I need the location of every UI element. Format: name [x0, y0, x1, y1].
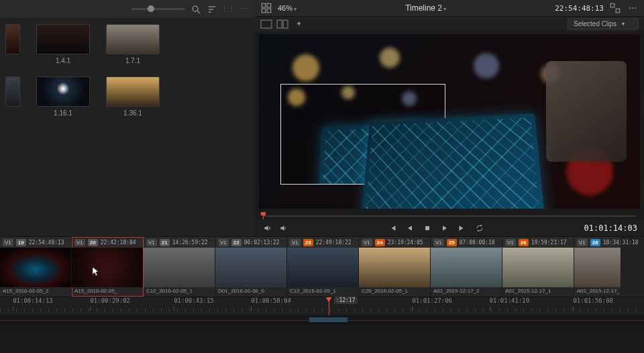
sort-icon[interactable]: [207, 4, 217, 15]
current-timecode[interactable]: 01:01:14:03: [584, 223, 637, 233]
viewer-toolbar: 46%▾ Timeline 2▾ 22:54:48:13 ⋯: [255, 0, 644, 17]
media-clip[interactable]: 1.7.1: [106, 24, 160, 64]
media-clip-partial[interactable]: [5, 77, 20, 107]
track-badge: V1: [505, 239, 516, 246]
strip-clip[interactable]: V12818:34:31:18A01_2015-12-17_: [574, 237, 621, 297]
strip-clip-timecode: 14:26:59:22: [172, 240, 208, 246]
viewer-options-icon[interactable]: ⋯: [627, 2, 639, 14]
clip-number-badge: 21: [160, 239, 170, 246]
strip-clip[interactable]: V12619:59:21:17A01_2015-12-17_1: [502, 237, 574, 297]
strip-clip-timecode: 07:08:00:18: [460, 240, 495, 246]
strip-thumbnail: [359, 248, 430, 287]
timeline-playhead[interactable]: :12:17: [329, 297, 329, 315]
strip-clip-name: A01_2015-12-17_2: [431, 287, 502, 297]
viewer-scrubber[interactable]: [259, 211, 640, 220]
mute-icon[interactable]: [278, 223, 288, 234]
clip-number-badge: 22: [231, 239, 241, 246]
strip-clip[interactable]: V12206:02:13:22D01_2016-02-06_0: [215, 237, 287, 297]
ruler-timecode-mark: 01:01:41:19: [490, 297, 530, 304]
track-badge: V1: [3, 239, 13, 246]
strip-clip-header: V12507:08:00:18: [431, 237, 502, 248]
strip-thumbnail: [502, 248, 574, 287]
svg-rect-13: [425, 226, 429, 230]
svg-rect-2: [262, 3, 266, 7]
clip-label: 1.7.1: [125, 57, 140, 64]
stop-button[interactable]: [422, 223, 433, 234]
thumbnail-zoom-slider[interactable]: [131, 8, 185, 10]
selected-clips-dropdown[interactable]: Selected Clips: [568, 18, 639, 30]
fit-icon[interactable]: [260, 2, 272, 14]
svg-rect-4: [262, 9, 266, 13]
media-toolbar: ⋮⋮ ⋯: [0, 0, 255, 19]
strip-clip-header: V12022:42:18:04: [72, 237, 143, 248]
loop-button[interactable]: [474, 223, 485, 234]
media-clip[interactable]: 1.36.1: [106, 77, 160, 117]
next-clip-button[interactable]: [457, 223, 468, 234]
strip-clip-timecode: 06:02:13:22: [244, 240, 280, 246]
clip-number-badge: 28: [590, 239, 600, 246]
svg-line-1: [197, 11, 200, 13]
reverse-button[interactable]: [405, 223, 415, 234]
ruler-timecode-mark: 01:00:43:15: [174, 297, 214, 304]
media-clip[interactable]: 1.16.1: [36, 77, 90, 117]
strip-clip[interactable]: V11922:54:48:13A15_2016-02-05_2: [0, 237, 72, 297]
strip-clip-name: C20_2016-02-05_1: [359, 287, 430, 297]
svg-rect-7: [616, 9, 620, 13]
strip-clip[interactable]: V12322:49:18:22C12_2016-02-05_1: [287, 237, 359, 297]
media-pool: ⋮⋮ ⋯ 1.4.11.7.11.16.11.36.1: [0, 0, 255, 236]
zoom-dropdown[interactable]: 46%▾: [278, 4, 297, 12]
strip-clip-name: A15_2016-02-05_2: [0, 287, 71, 297]
transport-bar: 01:01:14:03: [255, 219, 644, 236]
highlight-icon[interactable]: ✦: [292, 19, 305, 29]
playhead-marker[interactable]: [263, 213, 264, 219]
clip-thumbnail: [36, 77, 90, 107]
split-screen-icon[interactable]: [276, 19, 288, 29]
track-badge: V1: [433, 239, 444, 246]
expand-icon[interactable]: [609, 2, 621, 14]
image-wipe-icon[interactable]: [260, 19, 272, 29]
track-badge: V1: [218, 239, 229, 246]
strip-clip[interactable]: V12423:19:24:05C20_2016-02-05_1: [359, 237, 431, 297]
ruler-timecode-mark: 01:00:58:04: [251, 297, 291, 304]
strip-clip[interactable]: V12507:08:00:18A01_2015-12-17_2: [431, 237, 502, 297]
strip-clip[interactable]: V12022:42:18:04A15_2016-02-05_: [72, 237, 144, 297]
media-clip-partial[interactable]: [5, 24, 20, 54]
strip-clip-name: C12_2016-02-05_1: [144, 287, 215, 297]
strip-clip-timecode: 23:19:24:05: [388, 240, 423, 246]
clip-number-badge: 20: [88, 239, 98, 246]
clips-grid: 1.4.11.7.11.16.11.36.1: [0, 19, 255, 122]
master-timecode[interactable]: 22:54:48:13: [555, 4, 604, 13]
svg-point-0: [193, 6, 198, 11]
svg-rect-8: [261, 20, 272, 28]
search-icon[interactable]: [191, 4, 201, 15]
list-icon[interactable]: ⋮⋮: [223, 4, 233, 15]
timeline-track-v1[interactable]: [0, 315, 644, 323]
media-clip[interactable]: 1.4.1: [36, 24, 90, 64]
strip-clip-header: V12322:49:18:22: [287, 237, 358, 248]
clip-thumbnail-strip[interactable]: V11922:54:48:13A15_2016-02-05_2V12022:42…: [0, 236, 644, 297]
unmute-icon[interactable]: [262, 223, 272, 234]
strip-thumbnail: [287, 248, 358, 287]
play-button[interactable]: [439, 223, 450, 234]
strip-thumbnail: [144, 248, 215, 287]
timeline-ruler[interactable]: 01:00:14:1301:00:29:0201:00:43:1501:00:5…: [0, 297, 644, 315]
svg-rect-5: [267, 9, 271, 13]
clip-number-badge: 24: [375, 239, 385, 246]
video-frame: [259, 34, 640, 209]
timeline-name-dropdown[interactable]: Timeline 2▾: [303, 3, 548, 13]
ruler-timecode-mark: 01:01:56:08: [573, 297, 613, 304]
timeline-track-v2[interactable]: [0, 323, 644, 332]
strip-clip-timecode: 19:59:21:17: [531, 240, 567, 246]
more-icon[interactable]: ⋯: [239, 4, 250, 15]
clip-thumbnail: [5, 24, 20, 54]
ruler-timecode-mark: 01:00:14:13: [13, 297, 53, 304]
viewer-canvas[interactable]: [259, 34, 640, 209]
track-badge: V1: [74, 239, 85, 246]
ruler-timecode-mark: 01:00:29:02: [90, 297, 130, 304]
strip-thumbnail: [431, 248, 502, 287]
svg-rect-10: [283, 20, 288, 28]
prev-clip-button[interactable]: [387, 223, 398, 234]
clip-label: 1.16.1: [54, 109, 72, 117]
strip-clip[interactable]: V12114:26:59:22C12_2016-02-05_1: [144, 237, 215, 297]
strip-thumbnail: [72, 248, 143, 287]
